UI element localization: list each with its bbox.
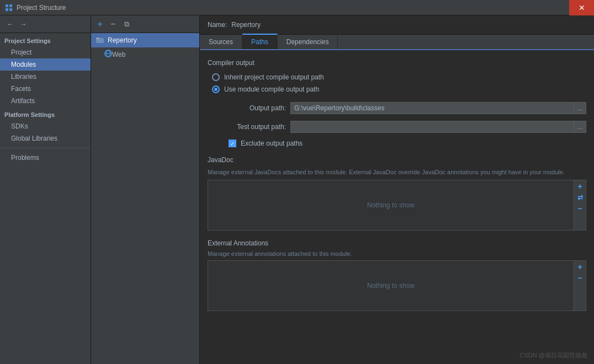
svg-rect-2 — [6, 8, 8, 11]
sidebar-item-libraries[interactable]: Libraries — [0, 71, 91, 83]
folder-icon — [96, 36, 104, 45]
close-button[interactable]: ✕ — [569, 0, 594, 15]
test-output-path-label: Test output path: — [224, 123, 290, 131]
sidebar-nav: Project Settings Project Modules Librari… — [0, 33, 91, 364]
javadoc-description: Manage external JavaDocs attached to thi… — [208, 168, 586, 176]
svg-rect-5 — [96, 38, 99, 39]
sidebar-item-facets[interactable]: Facets — [0, 83, 91, 95]
name-value: Repertory — [231, 21, 261, 29]
output-path-label: Output path: — [224, 104, 290, 112]
module-label: Repertory — [108, 36, 137, 44]
window-title: Project Structure — [17, 4, 66, 12]
ext-annotations-title: External Annotations — [208, 239, 586, 247]
exclude-checkbox-row: ✓ Exclude output paths — [208, 140, 586, 147]
external-annotations-section: External Annotations Manage external ann… — [208, 239, 586, 311]
svg-rect-1 — [9, 4, 12, 7]
use-module-radio-row: Use module compile output path — [208, 85, 586, 93]
test-output-path-browse-button[interactable]: … — [574, 121, 586, 133]
inherit-label: Inherit project compile output path — [224, 73, 324, 81]
name-row: Name: Repertory — [200, 15, 594, 35]
inherit-radio[interactable] — [212, 73, 220, 81]
remove-module-button[interactable]: − — [108, 19, 119, 30]
javadoc-section: JavaDoc Manage external JavaDocs attache… — [208, 156, 586, 231]
add-module-button[interactable]: + — [94, 19, 105, 30]
web-icon — [104, 50, 112, 59]
output-path-row: Output path: … — [208, 102, 586, 114]
module-toolbar: + − ⧉ — [91, 15, 199, 33]
exclude-checkbox[interactable]: ✓ — [229, 140, 236, 147]
platform-settings-label: Platform Settings — [0, 107, 91, 120]
ext-annotations-empty-text: Nothing to show — [367, 282, 415, 290]
split-container: + − ⧉ Repertory — [91, 15, 594, 364]
javadoc-list: Nothing to show + ⇄ − — [208, 180, 586, 231]
output-path-browse-button[interactable]: … — [574, 102, 586, 114]
paths-tab-content: Compiler output Inherit project compile … — [200, 50, 594, 364]
web-label: Web — [112, 51, 125, 58]
name-label: Name: — [208, 21, 227, 29]
compiler-output-options: Inherit project compile output path Use … — [208, 73, 586, 93]
use-module-label: Use module compile output path — [224, 85, 319, 93]
remove-annotation-button[interactable]: − — [575, 273, 585, 283]
add-annotation-button[interactable]: + — [575, 262, 585, 272]
use-module-radio[interactable] — [212, 85, 220, 93]
javadoc-title: JavaDoc — [208, 156, 586, 164]
ext-annotations-list-actions: + − — [574, 261, 586, 311]
remove-javadoc-button[interactable]: − — [575, 204, 585, 213]
tabs-bar: Sources Paths Dependencies — [200, 35, 594, 50]
back-button[interactable]: ← — [4, 19, 15, 30]
sidebar-item-artifacts[interactable]: Artifacts — [0, 95, 91, 107]
ext-annotations-description: Manage external annotations attached to … — [208, 250, 586, 257]
tab-paths[interactable]: Paths — [242, 34, 278, 49]
sidebar-item-project[interactable]: Project — [0, 46, 91, 58]
inherit-radio-row: Inherit project compile output path — [208, 73, 586, 81]
project-settings-label: Project Settings — [0, 33, 91, 46]
sidebar-item-problems[interactable]: Problems — [0, 152, 91, 164]
javadoc-list-actions: + ⇄ − — [574, 180, 586, 230]
javadoc-empty-text: Nothing to show — [367, 201, 415, 209]
ext-annotations-list-main: Nothing to show — [208, 261, 574, 311]
exclude-label: Exclude output paths — [241, 140, 303, 147]
tab-sources[interactable]: Sources — [200, 35, 242, 49]
test-output-path-input[interactable] — [290, 121, 574, 133]
svg-rect-3 — [9, 8, 12, 11]
test-output-path-row: Test output path: … — [208, 121, 586, 133]
sidebar-toolbar: ← → — [0, 15, 91, 33]
watermark: CSDN @项目花园范德彪 — [520, 351, 587, 360]
web-sub-item[interactable]: Web — [91, 47, 199, 61]
compiler-output-title: Compiler output — [208, 59, 586, 67]
output-path-input[interactable] — [290, 102, 574, 114]
javadoc-list-main: Nothing to show — [208, 180, 574, 230]
module-panel: + − ⧉ Repertory — [91, 15, 200, 364]
forward-button[interactable]: → — [18, 19, 29, 30]
ext-annotations-list: Nothing to show + − — [208, 260, 586, 311]
sidebar: ← → Project Settings Project Modules Lib… — [0, 15, 91, 364]
title-bar: Project Structure ✕ — [0, 0, 594, 15]
tab-dependencies[interactable]: Dependencies — [278, 35, 338, 49]
main-container: ← → Project Settings Project Modules Lib… — [0, 15, 594, 364]
svg-rect-0 — [6, 4, 8, 7]
sidebar-item-modules[interactable]: Modules — [0, 58, 91, 71]
link-javadoc-button[interactable]: ⇄ — [575, 192, 585, 202]
detail-panel: Name: Repertory Sources Paths Dependenci… — [200, 15, 594, 364]
sidebar-item-sdks[interactable]: SDKs — [0, 120, 91, 132]
app-icon — [4, 3, 13, 12]
copy-module-button[interactable]: ⧉ — [121, 19, 132, 30]
add-javadoc-button[interactable]: + — [575, 181, 585, 191]
divider — [0, 148, 91, 148]
sidebar-item-global-libraries[interactable]: Global Libraries — [0, 132, 91, 144]
repertory-module[interactable]: Repertory — [91, 33, 199, 47]
